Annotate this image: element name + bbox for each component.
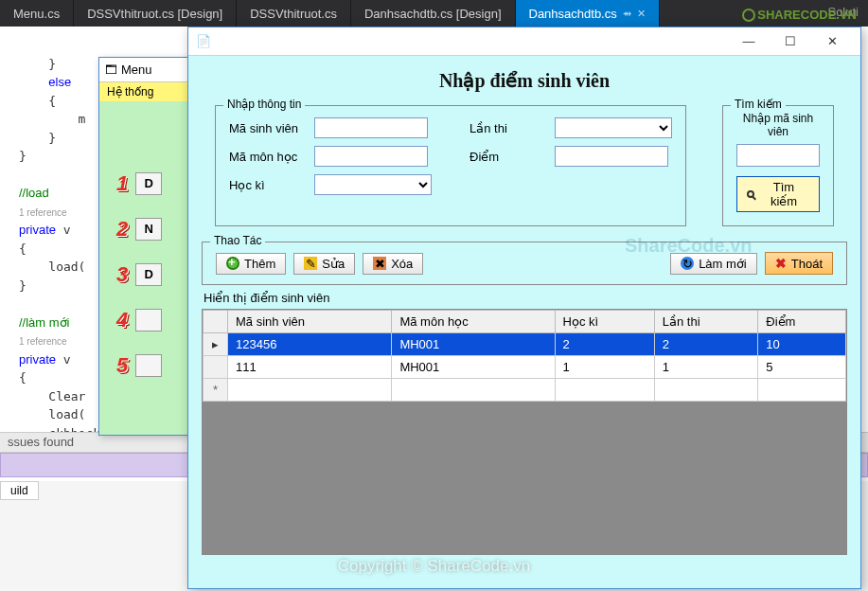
- cell[interactable]: 111: [228, 356, 392, 379]
- menu-num-5: 5: [116, 353, 128, 378]
- cell[interactable]: 1: [555, 356, 654, 379]
- search-input[interactable]: [736, 144, 820, 167]
- search-label: Nhập mã sinh viên: [736, 112, 820, 138]
- row-indicator: [204, 356, 228, 379]
- mamh-input[interactable]: [314, 146, 428, 167]
- grid-container: Mã sinh viên Mã môn học Học kì Lần thi Đ…: [202, 309, 847, 555]
- search-icon: [747, 190, 754, 198]
- cell[interactable]: [555, 379, 654, 402]
- grid-corner: [204, 311, 228, 333]
- table-row[interactable]: ▸ 123456 MH001 2 2 10: [204, 333, 846, 356]
- vs-tab-active[interactable]: Danhsachdtb.cs⇴✕: [516, 0, 660, 27]
- exit-icon: ✖: [775, 256, 787, 271]
- actions-legend: Thao Tác: [210, 234, 265, 247]
- edit-icon: ✎: [304, 257, 317, 270]
- cell[interactable]: [392, 379, 555, 402]
- menu-num-1: 1: [116, 171, 128, 196]
- cell[interactable]: 1: [654, 356, 757, 379]
- lanthi-label: Lần thi: [469, 121, 555, 135]
- close-icon[interactable]: ✕: [637, 8, 646, 20]
- col-mamh[interactable]: Mã môn học: [392, 311, 555, 333]
- hocki-select[interactable]: [314, 174, 432, 195]
- mamh-label: Mã môn học: [229, 150, 314, 164]
- menu-num-4: 4: [116, 308, 128, 332]
- cell[interactable]: 2: [654, 333, 757, 356]
- build-tab[interactable]: uild: [0, 481, 39, 500]
- score-grid[interactable]: Mã sinh viên Mã môn học Học kì Lần thi Đ…: [203, 310, 846, 402]
- exit-button[interactable]: ✖Thoát: [765, 252, 833, 275]
- cell[interactable]: [654, 379, 757, 402]
- menu-btn-4[interactable]: [135, 309, 162, 331]
- vs-tab[interactable]: Menu.cs: [0, 0, 74, 27]
- vs-tab-bar: Menu.cs DSSVthitruot.cs [Design] DSSVthi…: [0, 0, 868, 27]
- menu-btn-2[interactable]: N: [135, 218, 162, 241]
- minimize-button[interactable]: —: [728, 28, 770, 55]
- menu-title: Menu: [121, 63, 152, 77]
- refresh-icon: ↻: [681, 257, 694, 270]
- refresh-button[interactable]: ↻Làm mới: [670, 253, 757, 275]
- dialog-icon: 📄: [196, 34, 211, 49]
- col-diem[interactable]: Điểm: [758, 311, 846, 333]
- diem-label: Điểm: [469, 150, 555, 164]
- menu-num-3: 3: [116, 262, 128, 287]
- row-indicator: ▸: [204, 333, 228, 356]
- lanthi-select[interactable]: [555, 117, 672, 138]
- masv-label: Mã sinh viên: [229, 121, 314, 135]
- dialog-heading: Nhập điểm sinh viên: [188, 56, 860, 99]
- search-groupbox: Tìm kiếm Nhập mã sinh viên Tìm kiếm: [722, 105, 834, 226]
- info-groupbox: Nhập thông tin Mã sinh viên Mã môn học H…: [215, 105, 686, 226]
- add-button[interactable]: Thêm: [216, 253, 286, 275]
- masv-input[interactable]: [314, 117, 428, 138]
- maximize-button[interactable]: ☐: [770, 28, 811, 55]
- sharecode-logo: SHARECODE.VN: [742, 6, 857, 22]
- pin-icon[interactable]: ⇴: [623, 8, 631, 20]
- cell[interactable]: 5: [758, 356, 846, 379]
- cell[interactable]: 10: [758, 333, 846, 356]
- delete-icon: ✖: [373, 257, 386, 270]
- vs-tab[interactable]: DSSVthitruot.cs [Design]: [74, 0, 237, 27]
- menu-menubar[interactable]: Hệ thống: [99, 82, 202, 101]
- search-legend: Tìm kiếm: [731, 98, 786, 111]
- table-new-row[interactable]: *: [204, 379, 846, 402]
- cell[interactable]: [758, 379, 846, 402]
- cell[interactable]: [228, 379, 392, 402]
- col-masv[interactable]: Mã sinh viên: [228, 311, 392, 333]
- col-lanthi[interactable]: Lần thi: [654, 311, 757, 333]
- vs-tab[interactable]: Danhsachdtb.cs [Design]: [351, 0, 516, 27]
- grid-label: Hiển thị điểm sinh viên: [204, 291, 847, 305]
- menu-btn-1[interactable]: D: [135, 172, 162, 195]
- actions-groupbox: Thao Tác Thêm ✎Sửa ✖Xóa ↻Làm mới ✖Thoát: [202, 242, 847, 285]
- app-icon: 🗔: [105, 63, 117, 77]
- menu-btn-3[interactable]: D: [135, 263, 162, 286]
- menu-btn-5[interactable]: [135, 354, 162, 377]
- close-button[interactable]: ✕: [811, 28, 853, 55]
- menu-titlebar[interactable]: 🗔 Menu: [99, 58, 202, 82]
- new-row-indicator: *: [204, 379, 228, 402]
- grid-section: Hiển thị điểm sinh viên Mã sinh viên Mã …: [202, 291, 847, 555]
- cell[interactable]: MH001: [392, 333, 555, 356]
- info-legend: Nhập thông tin: [223, 98, 305, 111]
- dialog-titlebar[interactable]: 📄 — ☐ ✕: [188, 27, 860, 56]
- delete-button[interactable]: ✖Xóa: [363, 253, 423, 275]
- search-button[interactable]: Tìm kiếm: [736, 176, 820, 212]
- diem-input[interactable]: [555, 146, 668, 167]
- table-row[interactable]: 111 MH001 1 1 5: [204, 356, 846, 379]
- add-icon: [226, 257, 239, 270]
- hocki-label: Học kì: [229, 178, 314, 192]
- cell[interactable]: MH001: [392, 356, 555, 379]
- menu-num-2: 2: [116, 217, 128, 242]
- cell[interactable]: 2: [555, 333, 654, 356]
- vs-tab[interactable]: DSSVthitruot.cs: [237, 0, 351, 27]
- col-hocki[interactable]: Học kì: [555, 311, 654, 333]
- student-score-dialog: 📄 — ☐ ✕ Nhập điểm sinh viên Nhập thông t…: [187, 27, 861, 589]
- edit-button[interactable]: ✎Sửa: [293, 253, 355, 275]
- cell[interactable]: 123456: [228, 333, 392, 356]
